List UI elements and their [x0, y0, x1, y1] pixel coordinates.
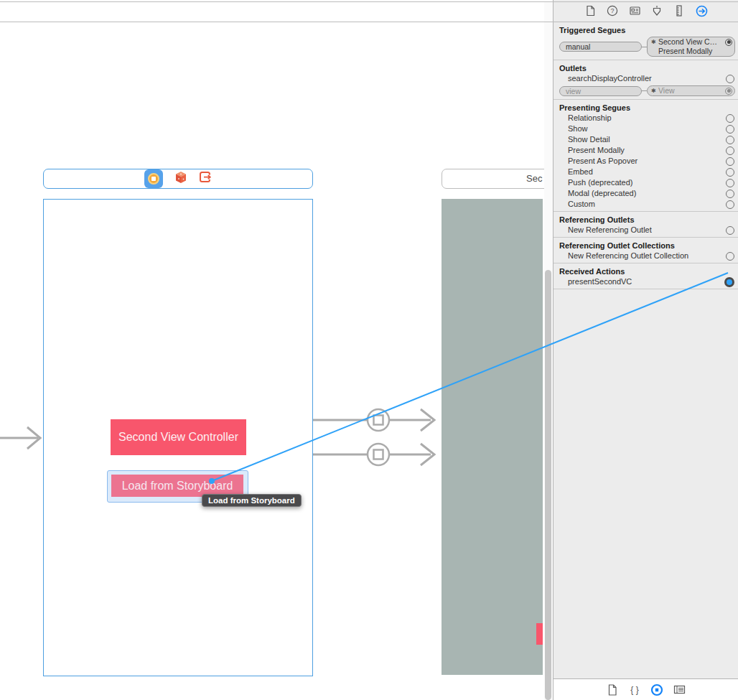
- second-vc-view[interactable]: [442, 199, 543, 675]
- connection-row: Embed: [554, 167, 738, 177]
- connection-well[interactable]: [726, 200, 734, 209]
- drag-tooltip: Load from Storyboard: [202, 494, 302, 507]
- section-title: Presenting Segues: [559, 103, 738, 113]
- section-title: Referencing Outlets: [559, 215, 738, 225]
- panel-section: Referencing Outlet CollectionsNew Refere…: [554, 238, 738, 263]
- attributes-inspector-tab[interactable]: [651, 5, 663, 17]
- connection-well[interactable]: [726, 190, 734, 198]
- connections-sections: Triggered SeguesmanualSecond View C…✱Pre…: [554, 22, 738, 289]
- connection-name-pill[interactable]: view: [559, 86, 642, 96]
- second-view-controller-label[interactable]: Second View Controller: [111, 419, 246, 455]
- connection-row: Show Detail: [554, 134, 738, 145]
- inspector-tab-bar: ?: [554, 0, 738, 22]
- connection-well[interactable]: [726, 75, 734, 83]
- file-template-library-tab[interactable]: [606, 683, 619, 696]
- second-vc-title: Sec: [526, 173, 542, 184]
- connection-link-line: [642, 47, 647, 47]
- connection-row: Push (deprecated): [554, 177, 738, 188]
- connection-label: Push (deprecated): [568, 178, 633, 187]
- connection-label: presentSecondVC: [568, 277, 632, 286]
- bound-connection-row: viewView✱: [554, 84, 738, 98]
- connection-well[interactable]: [726, 125, 734, 134]
- connection-label: searchDisplayController: [568, 74, 652, 83]
- connection-well[interactable]: [726, 136, 734, 144]
- connection-target-box[interactable]: Second View C…✱Present Modally: [647, 37, 735, 57]
- connection-target-box[interactable]: View✱: [647, 85, 735, 96]
- panel-section: Referencing OutletsNew Referencing Outle…: [554, 212, 738, 238]
- svg-text:?: ?: [610, 7, 614, 14]
- connection-well[interactable]: [726, 168, 734, 177]
- storyboard-canvas[interactable]: Second View Controller Load from Storybo…: [0, 0, 544, 700]
- connection-label: Show Detail: [568, 135, 610, 144]
- library-tab-bar: { }: [554, 678, 738, 700]
- connection-row: New Referencing Outlet: [554, 225, 738, 235]
- connection-row: New Referencing Outlet Collection: [554, 251, 738, 261]
- view-controller-header-bar[interactable]: [43, 169, 313, 189]
- panel-section: Presenting SeguesRelationshipShowShow De…: [554, 100, 738, 212]
- connection-well[interactable]: [726, 179, 734, 187]
- disconnect-icon[interactable]: ✱: [651, 86, 656, 95]
- connection-label: Custom: [568, 200, 595, 208]
- connection-well[interactable]: [726, 146, 734, 155]
- first-responder-cube-icon[interactable]: [174, 171, 187, 187]
- view-controller-icon[interactable]: [144, 169, 163, 188]
- connection-well[interactable]: [726, 226, 734, 235]
- connection-well-active[interactable]: [724, 277, 734, 287]
- segue-arrow-1: [313, 409, 434, 431]
- connection-row: Custom: [554, 199, 738, 210]
- connection-label: Present As Popover: [568, 157, 637, 165]
- panel-section: Triggered SeguesmanualSecond View C…✱Pre…: [554, 22, 738, 60]
- utilities-panel: ? Triggered SeguesmanualSecond View C…✱P…: [553, 0, 738, 700]
- connection-label: Relationship: [568, 113, 612, 122]
- connection-well[interactable]: [726, 252, 734, 261]
- panel-section: OutletssearchDisplayControllerviewView✱: [554, 60, 738, 100]
- connection-label: Present Modally: [568, 146, 625, 154]
- connection-row: Present Modally: [554, 145, 738, 156]
- connection-label: New Referencing Outlet: [568, 225, 652, 234]
- connection-well[interactable]: [726, 114, 734, 123]
- canvas-scrollbar-track[interactable]: [544, 2, 553, 700]
- second-vc-button-fragment: [536, 623, 543, 645]
- section-title: Outlets: [559, 63, 738, 73]
- connection-target-line: Second View C…✱: [648, 37, 734, 47]
- connection-label: New Referencing Outlet Collection: [568, 251, 688, 260]
- canvas-scrollbar-thumb[interactable]: [545, 270, 551, 700]
- bound-connection-row: manualSecond View C…✱Present Modally: [554, 35, 738, 58]
- connection-row: Show: [554, 123, 738, 134]
- exit-segue-icon[interactable]: [199, 171, 212, 187]
- connection-label: Show: [568, 124, 588, 133]
- segue-arrow-2: [313, 444, 434, 465]
- section-title: Received Actions: [559, 266, 738, 276]
- window-top-divider: [0, 1, 738, 2]
- panel-section: Received ActionspresentSecondVC: [554, 263, 738, 289]
- connection-row: Relationship: [554, 113, 738, 123]
- connection-target-line: Present Modally: [648, 47, 734, 56]
- connection-row: Present As Popover: [554, 156, 738, 167]
- toolbar-bottom-divider: [0, 22, 738, 22]
- file-inspector-tab[interactable]: [584, 5, 597, 17]
- connection-radio[interactable]: [725, 88, 732, 95]
- connection-name-pill[interactable]: manual: [559, 42, 642, 52]
- connection-label: Embed: [568, 167, 593, 176]
- quick-help-inspector-tab[interactable]: ?: [607, 5, 619, 17]
- second-vc-header-bar[interactable]: Sec: [442, 169, 544, 189]
- connection-radio[interactable]: [725, 39, 732, 46]
- initial-vc-arrow: [0, 427, 40, 449]
- media-library-tab[interactable]: [673, 683, 686, 696]
- connection-well[interactable]: [726, 157, 734, 166]
- code-snippet-library-tab[interactable]: { }: [628, 683, 641, 696]
- section-title: Triggered Segues: [559, 25, 738, 35]
- section-title: Referencing Outlet Collections: [559, 241, 738, 251]
- connection-row: presentSecondVC: [554, 276, 738, 287]
- connection-row: searchDisplayController: [554, 73, 738, 84]
- connection-row: Modal (deprecated): [554, 188, 738, 199]
- connection-link-line: [642, 90, 647, 91]
- size-inspector-tab[interactable]: [673, 5, 686, 17]
- connection-label: Modal (deprecated): [568, 189, 636, 197]
- connections-inspector-tab[interactable]: [696, 5, 708, 17]
- connection-target-line: View✱: [648, 86, 734, 95]
- identity-inspector-tab[interactable]: [629, 5, 641, 17]
- object-library-tab[interactable]: [650, 683, 663, 696]
- disconnect-icon[interactable]: ✱: [651, 37, 656, 47]
